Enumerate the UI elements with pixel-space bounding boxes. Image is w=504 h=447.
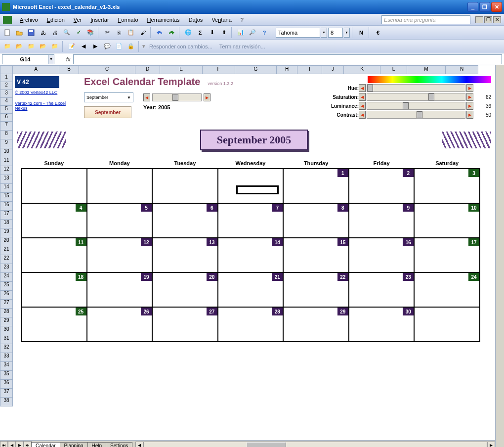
- folder3-icon[interactable]: 📁: [26, 41, 37, 52]
- select-all-corner[interactable]: [0, 65, 13, 74]
- menu-ventana[interactable]: Ventana: [208, 16, 235, 24]
- calendar-cell[interactable]: 26: [87, 307, 153, 342]
- column-header-E[interactable]: E: [160, 65, 203, 74]
- calendar-cell[interactable]: 23: [349, 272, 415, 307]
- tab-last[interactable]: ⏭: [24, 441, 32, 447]
- fontsize-select[interactable]: 8: [328, 28, 343, 38]
- format-painter-icon[interactable]: 🖌: [137, 27, 148, 38]
- redo-icon[interactable]: [166, 27, 177, 38]
- column-header-J[interactable]: J: [322, 65, 344, 74]
- permissions-icon[interactable]: 🖧: [38, 27, 48, 38]
- row-header-19[interactable]: 19: [0, 228, 13, 237]
- hyperlink-icon[interactable]: 🌐: [183, 27, 194, 38]
- row-header-23[interactable]: 23: [0, 264, 13, 273]
- mdi-restore[interactable]: ❐: [484, 16, 492, 23]
- hscroll-right[interactable]: ▶: [487, 442, 495, 447]
- nexus-link[interactable]: Vertex42.com - The Excel Nexus: [15, 101, 77, 111]
- row-header-27[interactable]: 27: [0, 300, 13, 309]
- column-header-M[interactable]: M: [407, 65, 446, 74]
- column-header-D[interactable]: D: [135, 65, 160, 74]
- goto-month-button[interactable]: September: [84, 106, 131, 118]
- menu-formato[interactable]: Formato: [114, 16, 142, 24]
- tab-prev[interactable]: ◀: [8, 441, 16, 447]
- calendar-cell[interactable]: [152, 169, 218, 203]
- calendar-cell[interactable]: 4: [21, 203, 87, 238]
- copyright-link[interactable]: © 2003 Vertex42 LLC: [15, 90, 77, 95]
- row-header-2[interactable]: 2: [0, 82, 13, 90]
- calendar-cell[interactable]: 6: [152, 203, 218, 238]
- calendar-cell[interactable]: 24: [414, 272, 480, 307]
- calendar-cell[interactable]: 22: [283, 272, 349, 307]
- year-next-button[interactable]: ▶: [204, 93, 210, 101]
- calendar-cell[interactable]: 8: [283, 203, 349, 238]
- calendar-cell[interactable]: 2: [349, 169, 415, 203]
- save-icon[interactable]: [26, 27, 37, 38]
- hue-slider[interactable]: [367, 84, 465, 92]
- paste-icon[interactable]: 📋: [126, 27, 136, 38]
- column-header-H[interactable]: H: [277, 65, 297, 74]
- sheet-tab-planning[interactable]: Planning: [60, 442, 88, 447]
- row-header-4[interactable]: 4: [0, 98, 13, 106]
- calendar-cell[interactable]: 18: [21, 272, 87, 307]
- row-header-16[interactable]: 16: [0, 202, 13, 211]
- menu-insertar[interactable]: Insertar: [86, 16, 113, 24]
- hue-next[interactable]: ▶: [466, 84, 473, 92]
- menu-edicion[interactable]: Edición: [43, 16, 69, 24]
- row-header-35[interactable]: 35: [0, 371, 13, 380]
- calendar-cell[interactable]: 14: [218, 238, 284, 272]
- calendar-cell[interactable]: [21, 169, 87, 203]
- con-prev[interactable]: ◀: [359, 111, 366, 119]
- mdi-minimize[interactable]: _: [475, 16, 483, 23]
- autosum-icon[interactable]: Σ: [195, 27, 206, 38]
- calendar-cell[interactable]: 16: [349, 238, 415, 272]
- print-icon[interactable]: 🖨: [49, 27, 60, 38]
- year-prev-button[interactable]: ◀: [143, 93, 150, 101]
- calendar-cell[interactable]: 5: [87, 203, 153, 238]
- sat-next[interactable]: ▶: [466, 93, 473, 101]
- protect-icon[interactable]: 🔒: [126, 41, 136, 52]
- calendar-cell[interactable]: 13: [152, 238, 218, 272]
- menu-ver[interactable]: Ver: [70, 16, 86, 24]
- column-header-A[interactable]: A: [13, 65, 59, 74]
- column-header-B[interactable]: B: [59, 65, 79, 74]
- row-header-24[interactable]: 24: [0, 273, 13, 282]
- row-header-12[interactable]: 12: [0, 166, 13, 175]
- calendar-cell[interactable]: 25: [21, 307, 87, 342]
- row-header-10[interactable]: 10: [0, 148, 13, 157]
- next-comment-icon[interactable]: ▶: [90, 41, 101, 52]
- open-icon[interactable]: [14, 27, 25, 38]
- row-header-11[interactable]: 11: [0, 157, 13, 166]
- tab-next[interactable]: ▶: [16, 441, 24, 447]
- calendar-cell[interactable]: [218, 169, 284, 203]
- font-select[interactable]: Tahoma: [276, 28, 320, 38]
- preview-icon[interactable]: 🔍: [61, 27, 72, 38]
- row-header-28[interactable]: 28: [0, 309, 13, 317]
- lum-prev[interactable]: ◀: [359, 102, 366, 110]
- comment-icon[interactable]: 📝: [66, 41, 77, 52]
- calendar-cell[interactable]: 28: [218, 307, 284, 342]
- spell-icon[interactable]: ✓: [73, 27, 84, 38]
- new-doc-icon[interactable]: [2, 27, 13, 38]
- calendar-cell[interactable]: 12: [87, 238, 153, 272]
- calendar-cell[interactable]: 10: [414, 203, 480, 238]
- folder2-icon[interactable]: 📂: [14, 41, 25, 52]
- mdi-close[interactable]: ✕: [493, 16, 501, 23]
- chart-icon[interactable]: 📊: [235, 27, 246, 38]
- menu-archivo[interactable]: Archivo: [16, 16, 42, 24]
- folder4-icon[interactable]: 📂: [38, 41, 48, 52]
- bold-button[interactable]: N: [356, 27, 367, 38]
- column-header-L[interactable]: L: [380, 65, 407, 74]
- row-header-37[interactable]: 37: [0, 389, 13, 398]
- fx-icon[interactable]: fx: [63, 56, 73, 62]
- column-header-G[interactable]: G: [235, 65, 277, 74]
- row-header-17[interactable]: 17: [0, 211, 13, 220]
- sat-prev[interactable]: ◀: [359, 93, 366, 101]
- con-next[interactable]: ▶: [466, 111, 473, 119]
- calendar-cell[interactable]: 30: [349, 307, 415, 342]
- row-header-26[interactable]: 26: [0, 291, 13, 300]
- calendar-cell[interactable]: 21: [218, 272, 284, 307]
- horizontal-scrollbar[interactable]: ◀ ▶: [135, 442, 495, 447]
- row-header-38[interactable]: 38: [0, 398, 13, 406]
- font-dropdown-icon[interactable]: ▼: [321, 28, 327, 38]
- calendar-cell[interactable]: 29: [283, 307, 349, 342]
